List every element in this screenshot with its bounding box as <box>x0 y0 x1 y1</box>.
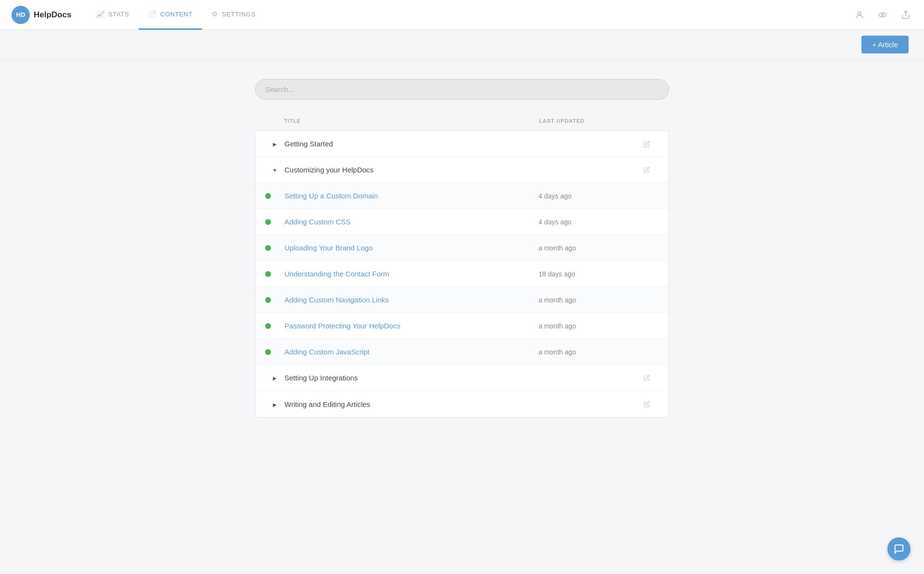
article-date-custom-css: 4 days ago <box>539 218 635 226</box>
logo-circle: HD <box>12 6 30 24</box>
chevron-right-icon-writing <box>273 401 277 408</box>
status-dot-brand-logo <box>265 245 271 251</box>
add-article-button[interactable]: + Article <box>861 36 909 53</box>
article-date-contact-form: 18 days ago <box>539 270 635 278</box>
tab-content[interactable]: 📄 CONTENT <box>139 0 202 30</box>
chevron-right-icon-integrations <box>273 374 277 381</box>
navbar-right-actions <box>853 8 912 22</box>
expand-icon-customizing[interactable] <box>265 166 284 173</box>
edit-button-getting-started[interactable] <box>635 141 659 147</box>
edit-button-customizing[interactable] <box>635 167 659 173</box>
article-row-brand-logo: Uploading Your Brand Logo a month ago <box>256 235 668 261</box>
status-dot-nav-links <box>265 297 271 303</box>
table-header: TITLE LAST UPDATED <box>255 113 669 129</box>
category-row-writing-editing[interactable]: Writing and Editing Articles <box>256 391 668 417</box>
svg-point-1 <box>879 13 886 16</box>
tab-content-label: CONTENT <box>160 11 192 18</box>
chevron-down-icon <box>272 166 277 173</box>
status-cell-custom-domain <box>265 193 284 199</box>
edit-button-integrations[interactable] <box>635 375 659 381</box>
article-date-password-protect: a month ago <box>539 322 635 330</box>
article-title-custom-js[interactable]: Adding Custom JavaScript <box>284 348 539 356</box>
status-dot-custom-js <box>265 349 271 355</box>
category-title-getting-started: Getting Started <box>284 140 539 148</box>
article-date-brand-logo: a month ago <box>539 244 635 252</box>
article-row-contact-form: Understanding the Contact Form 18 days a… <box>256 261 668 287</box>
edit-button-writing-editing[interactable] <box>635 401 659 407</box>
article-title-brand-logo[interactable]: Uploading Your Brand Logo <box>284 244 539 252</box>
status-cell-contact-form <box>265 271 284 277</box>
status-cell-brand-logo <box>265 245 284 251</box>
status-dot-password-protect <box>265 323 271 329</box>
chart-icon: 📈 <box>96 10 105 18</box>
nav-tabs: 📈 STATS 📄 CONTENT ⚙ SETTINGS <box>87 0 265 29</box>
expand-icon-writing-editing[interactable] <box>265 401 284 408</box>
category-row-getting-started[interactable]: Getting Started <box>256 131 668 157</box>
column-title: TITLE <box>284 118 539 124</box>
eye-icon <box>878 10 887 20</box>
article-row-password-protect: Password Protecting Your HelpDocs a mont… <box>256 313 668 339</box>
category-row-customizing[interactable]: Customizing your HelpDocs <box>256 157 668 183</box>
article-date-custom-js: a month ago <box>539 348 635 356</box>
content-list: Getting Started Customizing your HelpDoc… <box>255 130 669 417</box>
gear-icon: ⚙ <box>212 10 218 18</box>
article-row-custom-domain: Setting Up a Custom Domain 4 days ago <box>256 183 668 209</box>
column-actions <box>635 118 659 124</box>
document-icon: 📄 <box>148 10 157 18</box>
svg-point-0 <box>858 12 861 15</box>
status-cell-custom-js <box>265 349 284 355</box>
expand-icon-integrations[interactable] <box>265 374 284 381</box>
user-icon <box>855 10 864 20</box>
tab-settings-label: SETTINGS <box>222 11 256 18</box>
logo-name: HelpDocs <box>34 10 71 20</box>
user-icon-button[interactable] <box>853 8 866 22</box>
category-title-integrations: Setting Up Integrations <box>284 374 539 382</box>
tab-stats[interactable]: 📈 STATS <box>87 0 139 30</box>
search-container <box>255 79 669 100</box>
article-title-custom-domain[interactable]: Setting Up a Custom Domain <box>284 192 539 200</box>
status-dot-contact-form <box>265 271 271 277</box>
category-row-integrations[interactable]: Setting Up Integrations <box>256 365 668 391</box>
add-article-label: + Article <box>872 40 898 49</box>
search-input[interactable] <box>255 79 669 100</box>
article-title-password-protect[interactable]: Password Protecting Your HelpDocs <box>284 322 539 330</box>
toolbar: + Article <box>0 30 924 60</box>
tab-settings[interactable]: ⚙ SETTINGS <box>202 0 265 30</box>
status-cell-nav-links <box>265 297 284 303</box>
article-title-custom-css[interactable]: Adding Custom CSS <box>284 218 539 226</box>
status-cell-custom-css <box>265 219 284 225</box>
article-row-custom-css: Adding Custom CSS 4 days ago <box>256 209 668 235</box>
pencil-icon-writing <box>643 401 650 407</box>
article-date-nav-links: a month ago <box>539 296 635 304</box>
status-dot-custom-css <box>265 219 271 225</box>
category-title-writing-editing: Writing and Editing Articles <box>284 400 539 408</box>
chat-icon <box>894 544 904 554</box>
main-content: TITLE LAST UPDATED Getting Started Custo… <box>245 60 679 446</box>
article-row-custom-js: Adding Custom JavaScript a month ago <box>256 339 668 365</box>
logo-link[interactable]: HD HelpDocs <box>12 6 71 24</box>
article-title-nav-links[interactable]: Adding Custom Navigation Links <box>284 296 539 304</box>
navbar: HD HelpDocs 📈 STATS 📄 CONTENT ⚙ SETTINGS <box>0 0 924 30</box>
tab-stats-label: STATS <box>108 11 129 18</box>
status-dot-custom-domain <box>265 193 271 199</box>
logo-initials: HD <box>16 11 26 18</box>
pencil-icon-customizing <box>643 167 650 173</box>
svg-point-2 <box>882 14 883 15</box>
article-date-custom-domain: 4 days ago <box>539 192 635 200</box>
column-last-updated: LAST UPDATED <box>539 118 635 124</box>
article-title-contact-form[interactable]: Understanding the Contact Form <box>284 270 539 278</box>
pencil-icon-integrations <box>643 375 650 381</box>
chevron-right-icon <box>273 140 277 147</box>
article-row-nav-links: Adding Custom Navigation Links a month a… <box>256 287 668 313</box>
pencil-icon <box>643 141 650 147</box>
category-title-customizing: Customizing your HelpDocs <box>284 166 539 174</box>
share-icon-button[interactable] <box>899 8 912 22</box>
share-icon <box>901 10 911 20</box>
eye-icon-button[interactable] <box>876 8 889 22</box>
status-cell-password-protect <box>265 323 284 329</box>
chat-button[interactable] <box>887 537 911 561</box>
expand-icon-getting-started[interactable] <box>265 140 284 147</box>
